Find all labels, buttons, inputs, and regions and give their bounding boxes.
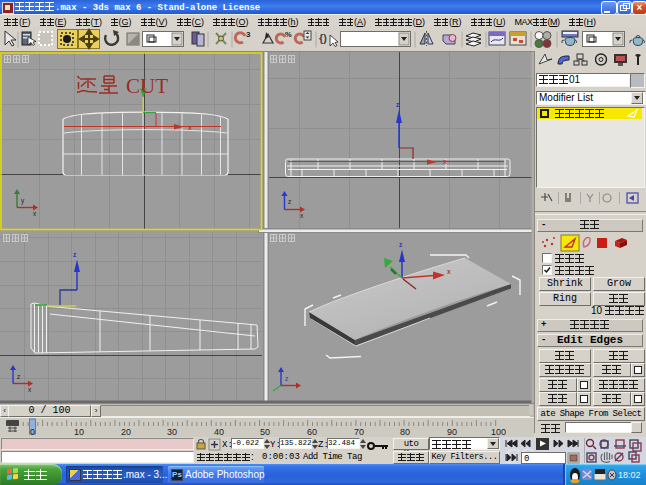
svg-text:3: 3	[246, 30, 251, 39]
svg-text:CUT: CUT	[126, 74, 168, 98]
svg-text:0: 0	[524, 454, 529, 464]
svg-text:z: z	[17, 373, 20, 380]
svg-text:%: %	[285, 30, 292, 39]
svg-text:{): {)	[319, 32, 327, 44]
svg-text:z: z	[288, 198, 291, 205]
svg-text:x: x	[188, 124, 192, 131]
svg-text:x: x	[447, 268, 451, 275]
svg-text:x: x	[443, 158, 447, 165]
svg-text:z: z	[285, 375, 288, 382]
